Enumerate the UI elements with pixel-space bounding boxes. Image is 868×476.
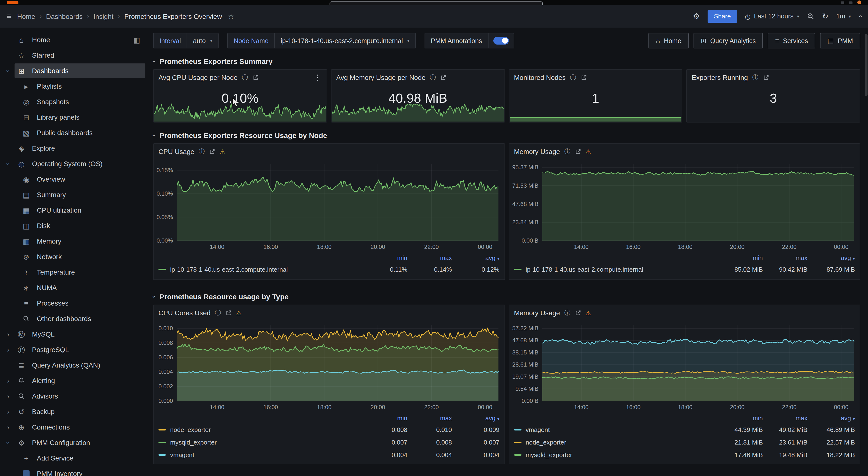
chevron-down-icon[interactable]: ›	[0, 67, 17, 74]
toolbar-button-pmm[interactable]: ▤PMM	[820, 33, 860, 48]
info-icon[interactable]: ⓘ	[199, 149, 205, 155]
sidebar-item-starred[interactable]: ☆Starred	[0, 47, 148, 63]
panel-title[interactable]: Avg Memory Usage per Node	[336, 74, 426, 81]
breadcrumb-item[interactable]: Insight	[94, 12, 114, 20]
panel-title[interactable]: Avg CPU Usage per Node	[158, 74, 238, 81]
warning-icon[interactable]: ⚠	[585, 310, 591, 316]
sidebar-item-snapshots[interactable]: ◎Snapshots	[0, 94, 148, 109]
browser-toolbar-icon[interactable]	[841, 1, 844, 4]
chevron-right-icon[interactable]: ›	[0, 393, 17, 400]
collapse-nav-button[interactable]: ›	[859, 12, 861, 20]
series-toggle[interactable]: mysqld_exporter	[158, 439, 363, 446]
warning-icon[interactable]: ⚠	[220, 148, 225, 155]
chevron-down-icon[interactable]: ›	[0, 160, 17, 167]
panel-title[interactable]: Memory Usage	[514, 148, 560, 156]
node-name-select[interactable]: ip-10-178-1-40.us-east-2.compute.interna…	[275, 33, 415, 48]
sidebar-item-temperature[interactable]: ≀Temperature	[0, 264, 148, 280]
zoom-out-button[interactable]	[807, 12, 814, 20]
legend-col-avg[interactable]: avg ▾	[452, 254, 499, 261]
external-link-icon[interactable]	[580, 74, 587, 81]
external-link-icon[interactable]	[225, 310, 232, 316]
sidebar-item-processes[interactable]: ≡Processes	[0, 295, 148, 311]
panel-title[interactable]: CPU Usage	[158, 148, 194, 156]
sidebar-item-overview[interactable]: ◉Overview	[0, 171, 148, 187]
section-summary-header[interactable]: › Prometheus Exporters Summary	[153, 57, 860, 65]
sidebar-item-connections[interactable]: ›⊕Connections	[0, 419, 148, 435]
memory-usage-chart[interactable]: 95.37 MiB71.53 MiB47.68 MiB23.84 MiB0.00…	[509, 159, 860, 252]
panel-title[interactable]: CPU Cores Used	[158, 309, 211, 317]
sidebar-item-backup[interactable]: ›↺Backup	[0, 404, 148, 419]
series-toggle[interactable]: node_exporter	[158, 426, 363, 433]
series-toggle[interactable]: vmagent	[514, 426, 718, 433]
breadcrumb-item[interactable]: Home	[17, 12, 35, 20]
toolbar-button-services[interactable]: ≡Services	[768, 33, 815, 48]
sidebar-item-library-panels[interactable]: ⊟Library panels	[0, 109, 148, 125]
external-link-icon[interactable]	[209, 148, 215, 155]
legend-col-max[interactable]: max	[763, 414, 807, 421]
sidebar-item-advisors[interactable]: ›Advisors	[0, 388, 148, 404]
legend-col-max[interactable]: max	[763, 254, 807, 261]
legend-col-avg[interactable]: avg ▾	[807, 254, 855, 261]
favorite-star-button[interactable]: ☆	[228, 12, 234, 20]
browser-toolbar-icon[interactable]	[849, 1, 852, 4]
series-toggle[interactable]: node_exporter	[514, 439, 718, 446]
refresh-button[interactable]: ↻	[822, 12, 829, 20]
info-icon[interactable]: ⓘ	[215, 310, 221, 316]
sidebar-item-memory[interactable]: ▥Memory	[0, 233, 148, 249]
dock-sidebar-icon[interactable]: ◧	[132, 36, 142, 43]
interval-select[interactable]: auto ▾	[187, 33, 219, 48]
series-toggle[interactable]: ip-10-178-1-40.us-east-2.compute.interna…	[514, 266, 718, 273]
breadcrumb-item[interactable]: Prometheus Exporters Overview	[124, 12, 222, 20]
chevron-right-icon[interactable]: ›	[0, 408, 17, 415]
chevron-down-icon[interactable]: ›	[0, 439, 17, 446]
sidebar-item-postgresql[interactable]: ›ⓅPostgreSQL	[0, 342, 148, 358]
legend-col-min[interactable]: min	[363, 254, 407, 261]
panel-title[interactable]: Monitored Nodes	[514, 74, 565, 81]
breadcrumb-item[interactable]: Dashboards	[46, 12, 83, 20]
section-by-type-header[interactable]: › Prometheus Resource usage by Type	[153, 293, 860, 301]
pmm-annotations-toggle[interactable]	[493, 37, 508, 44]
series-toggle[interactable]: mysqld_exporter	[514, 451, 718, 458]
sidebar-item-other-dashboards[interactable]: Other dashboards	[0, 311, 148, 327]
legend-col-min[interactable]: min	[718, 254, 763, 261]
time-range-picker[interactable]: ◷ Last 12 hours ▾	[745, 12, 799, 20]
sidebar-item-disk[interactable]: ◫Disk	[0, 218, 148, 233]
external-link-icon[interactable]	[575, 148, 581, 155]
external-link-icon[interactable]	[763, 74, 769, 81]
cpu-cores-used-chart[interactable]: 0.0100.0080.0060.0040.0020.00014:0016:00…	[154, 320, 504, 413]
toolbar-button-home[interactable]: ⌂Home	[649, 33, 689, 48]
share-button[interactable]: Share	[708, 10, 737, 23]
panel-title[interactable]: Memory Usage	[514, 309, 560, 317]
sidebar-item-dashboards[interactable]: ›⊞Dashboards	[0, 63, 148, 78]
sidebar-item-cpu-utilization[interactable]: ▦CPU utilization	[0, 202, 148, 218]
info-icon[interactable]: ⓘ	[564, 149, 570, 155]
sidebar-item-operating-system-os[interactable]: ›◍Operating System (OS)	[0, 156, 148, 171]
chevron-right-icon[interactable]: ›	[0, 377, 17, 384]
sidebar-item-alerting[interactable]: ›Alerting	[0, 373, 148, 388]
sidebar-item-public-dashboards[interactable]: ▧Public dashboards	[0, 125, 148, 140]
sidebar-item-playlists[interactable]: ▸Playlists	[0, 78, 148, 94]
memory-usage-by-type-chart[interactable]: 57.22 MiB47.68 MiB38.15 MiB28.61 MiB19.0…	[509, 320, 860, 413]
warning-icon[interactable]: ⚠	[585, 148, 591, 155]
sidebar-item-pmm-configuration[interactable]: ›⚙PMM Configuration	[0, 435, 148, 450]
legend-col-avg[interactable]: avg ▾	[452, 414, 499, 421]
dashboard-settings-button[interactable]: ⚙	[693, 12, 700, 20]
browser-avatar[interactable]	[857, 0, 861, 4]
sidebar-item-mysql[interactable]: ›ⓂMySQL	[0, 327, 148, 342]
sidebar-item-summary[interactable]: ▤Summary	[0, 187, 148, 202]
legend-col-avg[interactable]: avg ▾	[807, 414, 855, 421]
info-icon[interactable]: ⓘ	[564, 310, 570, 316]
info-icon[interactable]: ⓘ	[752, 75, 758, 81]
external-link-icon[interactable]	[440, 74, 446, 81]
chevron-right-icon[interactable]: ›	[0, 423, 17, 431]
chevron-right-icon[interactable]: ›	[0, 346, 17, 353]
external-link-icon[interactable]	[575, 310, 581, 316]
external-link-icon[interactable]	[252, 74, 258, 81]
sidebar-item-home[interactable]: ⌂Home◧	[0, 32, 148, 47]
series-toggle[interactable]: ip-10-178-1-40.us-east-2.compute.interna…	[158, 266, 363, 273]
browser-address-bar[interactable]	[330, 1, 543, 5]
menu-toggle-button[interactable]: ≡	[7, 12, 11, 20]
info-icon[interactable]: ⓘ	[242, 75, 248, 81]
sidebar-item-query-analytics-qan[interactable]: ≣Query Analytics (QAN)	[0, 358, 148, 373]
toolbar-button-query-analytics[interactable]: ⊞Query Analytics	[693, 33, 763, 48]
